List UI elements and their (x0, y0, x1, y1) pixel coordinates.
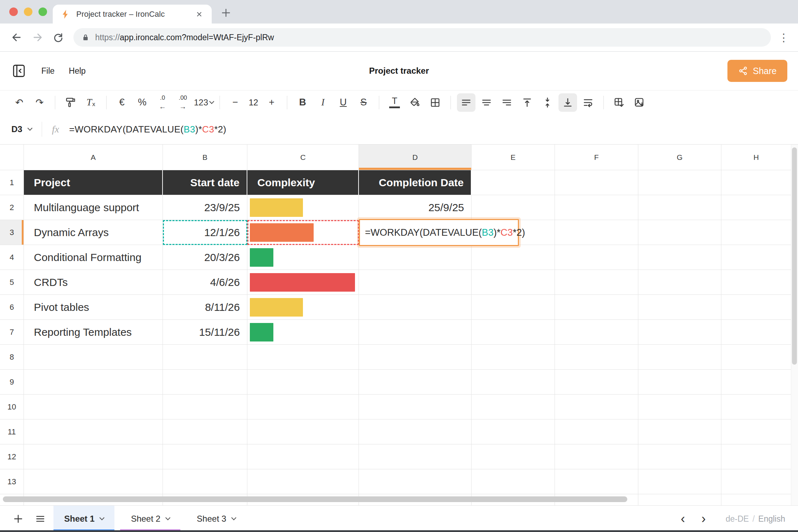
cell-D7[interactable] (359, 320, 472, 345)
cell-A4[interactable]: Conditional Formatting (24, 245, 163, 270)
close-tab-icon[interactable] (194, 9, 205, 20)
document-title[interactable]: Project tracker (369, 66, 429, 76)
cell-E9[interactable] (472, 370, 555, 395)
cell-reference-chevron-down-icon[interactable] (27, 126, 32, 131)
cell-F12[interactable] (555, 444, 638, 469)
horizontal-scrollbar-thumb[interactable] (3, 496, 627, 502)
cell-G4[interactable] (638, 245, 721, 270)
cell-B13[interactable] (163, 469, 247, 494)
number-format-dropdown[interactable]: 123 (194, 93, 213, 112)
column-header-G[interactable]: G (638, 145, 721, 170)
cell-H9[interactable] (721, 370, 791, 395)
redo-icon[interactable]: ↷ (30, 93, 49, 112)
row-header-13[interactable]: 13 (0, 469, 24, 494)
cell-E2[interactable] (472, 195, 555, 220)
cell-A12[interactable] (24, 444, 163, 469)
cell-A9[interactable] (24, 370, 163, 395)
share-button[interactable]: Share (727, 60, 787, 82)
bold-icon[interactable]: B (293, 93, 312, 112)
column-header-D[interactable]: D (359, 145, 472, 170)
cell-E8[interactable] (472, 345, 555, 370)
underline-icon[interactable]: U (334, 93, 352, 112)
align-center-icon[interactable] (477, 93, 496, 112)
formula-input[interactable]: =WORKDAY(DATEVALUE(B3)*C3*2) (69, 124, 226, 135)
cell-E4[interactable] (472, 245, 555, 270)
cell-G13[interactable] (638, 469, 721, 494)
cell-G14[interactable] (638, 494, 721, 505)
valign-top-icon[interactable] (518, 93, 536, 112)
cell-B3[interactable]: 12/1/26 (163, 220, 247, 245)
cell-D5[interactable] (359, 270, 472, 295)
cell-D9[interactable] (359, 370, 472, 395)
borders-icon[interactable] (426, 93, 444, 112)
cell-E1[interactable] (472, 170, 555, 195)
cell-H13[interactable] (721, 469, 791, 494)
cell-F7[interactable] (555, 320, 638, 345)
column-header-H[interactable]: H (721, 145, 791, 170)
fill-color-icon[interactable] (406, 93, 424, 112)
cell-F13[interactable] (555, 469, 638, 494)
next-sheet-icon[interactable]: › (696, 511, 711, 527)
cell-C10[interactable] (247, 395, 359, 419)
vertical-scrollbar-thumb[interactable] (792, 147, 797, 365)
cell-D11[interactable] (359, 419, 472, 444)
cell-H4[interactable] (721, 245, 791, 270)
cell-H12[interactable] (721, 444, 791, 469)
cell-G9[interactable] (638, 370, 721, 395)
cell-B10[interactable] (163, 395, 247, 419)
undo-icon[interactable]: ↶ (10, 93, 29, 112)
valign-middle-icon[interactable] (538, 93, 557, 112)
column-header-E[interactable]: E (472, 145, 555, 170)
row-header-10[interactable]: 10 (0, 395, 24, 419)
cell-A3[interactable]: Dynamic Arrays (24, 220, 163, 245)
cell-H7[interactable] (721, 320, 791, 345)
percent-icon[interactable]: % (133, 93, 151, 112)
cell-E6[interactable] (472, 295, 555, 320)
cell-G2[interactable] (638, 195, 721, 220)
cell-C12[interactable] (247, 444, 359, 469)
cell-B7[interactable]: 15/11/26 (163, 320, 247, 345)
cell-G1[interactable] (638, 170, 721, 195)
locale-language-switcher[interactable]: de-DE/English (726, 514, 785, 524)
cell-H3[interactable] (721, 220, 791, 245)
cell-H1[interactable] (721, 170, 791, 195)
cell-A5[interactable]: CRDTs (24, 270, 163, 295)
cell-A2[interactable]: Multilanguage support (24, 195, 163, 220)
cell-A13[interactable] (24, 469, 163, 494)
cell-C7[interactable] (247, 320, 359, 345)
cell-G6[interactable] (638, 295, 721, 320)
cell-F8[interactable] (555, 345, 638, 370)
decrease-decimals-icon[interactable]: .0← (153, 93, 172, 112)
cell-H8[interactable] (721, 345, 791, 370)
cell-D10[interactable] (359, 395, 472, 419)
cell-E12[interactable] (472, 444, 555, 469)
cell-editor-d3[interactable]: =WORKDAY(DATEVALUE(B3)*C3*2) (359, 219, 519, 246)
align-right-icon[interactable] (498, 93, 516, 112)
cell-C8[interactable] (247, 345, 359, 370)
currency-euro-icon[interactable]: € (113, 93, 131, 112)
row-header-5[interactable]: 5 (0, 270, 24, 295)
cell-H10[interactable] (721, 395, 791, 419)
cell-F10[interactable] (555, 395, 638, 419)
increase-decimals-icon[interactable]: .00→ (174, 93, 192, 112)
reload-icon[interactable] (48, 27, 68, 48)
cell-F11[interactable] (555, 419, 638, 444)
cell-D2[interactable]: 25/9/25 (359, 195, 472, 220)
cell-E13[interactable] (472, 469, 555, 494)
chevron-down-icon[interactable] (99, 515, 104, 520)
forward-icon[interactable] (27, 27, 48, 48)
freeze-panes-check-icon[interactable] (610, 93, 628, 112)
cell-G10[interactable] (638, 395, 721, 419)
cell-C4[interactable] (247, 245, 359, 270)
cell-H14[interactable] (721, 494, 791, 505)
cell-A6[interactable]: Pivot tables (24, 295, 163, 320)
cell-reference-box[interactable]: D3 (11, 124, 22, 134)
cell-F3[interactable] (555, 220, 638, 245)
cell-B8[interactable] (163, 345, 247, 370)
cell-C3[interactable] (247, 220, 359, 245)
chevron-down-icon[interactable] (165, 515, 170, 520)
cell-B5[interactable]: 4/6/26 (163, 270, 247, 295)
row-header-1[interactable]: 1 (0, 170, 24, 195)
cell-D6[interactable] (359, 295, 472, 320)
cell-B2[interactable]: 23/9/25 (163, 195, 247, 220)
